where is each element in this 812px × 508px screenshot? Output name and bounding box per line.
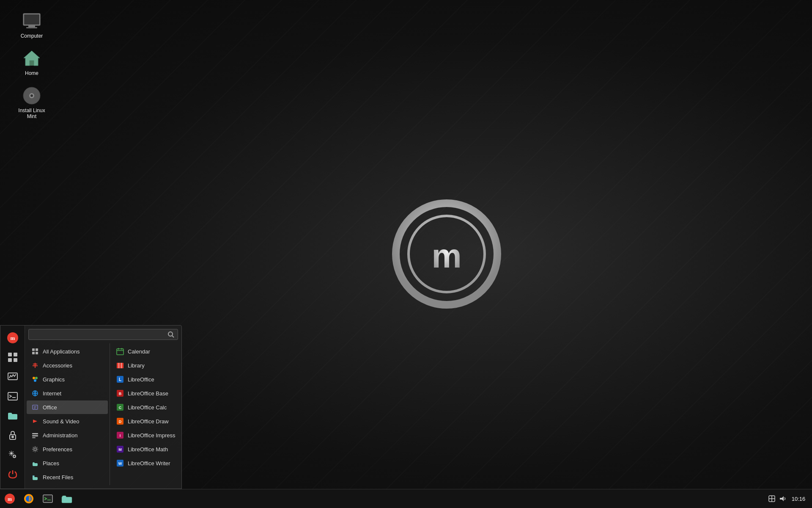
svg-text:B: B	[119, 392, 122, 396]
search-icon[interactable]	[167, 331, 174, 338]
sidebar-terminal-button[interactable]	[4, 387, 22, 405]
all-applications-icon	[31, 347, 39, 356]
libreoffice-base-label: LibreOffice Base	[128, 390, 168, 397]
svg-rect-18	[8, 373, 17, 380]
svg-rect-31	[36, 352, 38, 354]
svg-rect-6	[26, 27, 37, 28]
category-office[interactable]: Office	[27, 400, 108, 414]
libreoffice-math-label: LibreOffice Math	[128, 446, 168, 453]
search-input[interactable]	[32, 331, 167, 338]
svg-rect-28	[32, 348, 35, 351]
category-preferences[interactable]: Preferences	[27, 442, 108, 456]
recent-files-icon	[31, 473, 39, 481]
svg-rect-16	[8, 358, 12, 362]
internet-icon	[31, 389, 39, 398]
svg-rect-41	[32, 433, 38, 434]
preferences-label: Preferences	[43, 446, 72, 453]
desktop-icons-area: Computer Home Install Linux Mint	[13, 8, 51, 122]
sidebar-lock-button[interactable]	[4, 426, 22, 444]
sound-video-label: Sound & Video	[43, 418, 80, 425]
administration-label: Administration	[43, 432, 77, 439]
desktop-icon-home[interactable]: Home	[13, 46, 51, 79]
sidebar-sysmon-button[interactable]	[4, 368, 22, 386]
libreoffice-base-icon: B	[116, 389, 124, 398]
sidebar-power-button[interactable]	[4, 465, 22, 483]
app-libreoffice-calc[interactable]: C LibreOffice Calc	[112, 400, 180, 414]
install-label: Install Linux Mint	[15, 108, 48, 119]
category-accessories[interactable]: Accessories	[27, 359, 108, 372]
category-sound-video[interactable]: Sound & Video	[27, 414, 108, 428]
category-places[interactable]: Places	[27, 456, 108, 470]
svg-text:C: C	[119, 406, 122, 410]
svg-rect-30	[32, 352, 35, 354]
taskbar-left: m	[0, 489, 76, 508]
start-menu: m	[0, 325, 182, 489]
libreoffice-impress-icon: I	[116, 431, 124, 439]
svg-rect-15	[14, 353, 17, 356]
svg-text:W: W	[118, 461, 122, 466]
categories-column: All Applications Accessories	[25, 343, 110, 485]
category-administration[interactable]: Administration	[27, 428, 108, 442]
app-library[interactable]: Library	[112, 359, 180, 372]
svg-point-26	[168, 332, 173, 336]
svg-rect-19	[8, 392, 17, 400]
libreoffice-calc-icon: C	[116, 403, 124, 411]
svg-point-23	[10, 452, 13, 455]
taskbar-files-button[interactable]	[57, 489, 76, 508]
svg-marker-40	[33, 420, 37, 423]
svg-text:m: m	[8, 496, 12, 502]
calendar-icon	[116, 347, 124, 356]
search-bar[interactable]	[28, 329, 178, 340]
app-libreoffice-base[interactable]: B LibreOffice Base	[112, 387, 180, 400]
app-libreoffice-math[interactable]: M LibreOffice Math	[112, 442, 180, 456]
svg-point-25	[14, 456, 15, 457]
places-icon	[31, 459, 39, 467]
category-all-applications[interactable]: All Applications	[27, 345, 108, 358]
places-label: Places	[43, 460, 59, 467]
home-icon	[22, 48, 42, 69]
libreoffice-writer-label: LibreOffice Writer	[128, 460, 170, 467]
calendar-label: Calendar	[128, 348, 150, 355]
category-internet[interactable]: Internet	[27, 387, 108, 400]
libreoffice-writer-icon: W	[116, 459, 124, 467]
app-libreoffice-draw[interactable]: D LibreOffice Draw	[112, 414, 180, 428]
desktop-icon-computer[interactable]: Computer	[13, 8, 51, 41]
taskbar-firefox-button[interactable]	[19, 489, 38, 508]
svg-rect-43	[32, 437, 36, 438]
library-label: Library	[128, 362, 145, 369]
svg-text:D: D	[119, 420, 122, 424]
sidebar-apps-button[interactable]	[4, 348, 22, 366]
libreoffice-impress-label: LibreOffice Impress	[128, 432, 175, 439]
sidebar-gears-button[interactable]	[4, 446, 22, 464]
libreoffice-draw-icon: D	[116, 417, 124, 425]
svg-point-22	[12, 436, 14, 438]
desktop-icon-install[interactable]: Install Linux Mint	[13, 83, 51, 122]
category-recent-files[interactable]: Recent Files	[27, 470, 108, 484]
start-main-area: All Applications Accessories	[25, 326, 181, 489]
accessories-icon	[31, 361, 39, 370]
svg-rect-8	[30, 61, 34, 66]
app-libreoffice[interactable]: L LibreOffice	[112, 373, 180, 386]
administration-icon	[31, 431, 39, 439]
taskbar-mint-button[interactable]: m	[0, 489, 19, 508]
sidebar-files-button[interactable]	[4, 407, 22, 425]
taskbar: m	[0, 489, 812, 508]
svg-rect-4	[24, 14, 39, 25]
taskbar-terminal-button[interactable]	[38, 489, 57, 508]
taskbar-right: 10:16	[768, 495, 812, 502]
all-applications-label: All Applications	[43, 348, 80, 355]
home-label: Home	[25, 70, 38, 76]
svg-point-11	[30, 94, 33, 97]
svg-rect-29	[36, 348, 38, 351]
category-graphics[interactable]: Graphics	[27, 373, 108, 386]
app-calendar[interactable]: Calendar	[112, 345, 180, 358]
sidebar-mint-button[interactable]: m	[4, 329, 22, 347]
svg-rect-5	[28, 25, 35, 27]
app-libreoffice-writer[interactable]: W LibreOffice Writer	[112, 456, 180, 470]
svg-rect-37	[33, 405, 38, 409]
app-libreoffice-impress[interactable]: I LibreOffice Impress	[112, 428, 180, 442]
svg-rect-14	[8, 353, 12, 356]
internet-label: Internet	[43, 390, 61, 397]
graphics-icon	[31, 375, 39, 384]
svg-rect-49	[117, 363, 123, 368]
